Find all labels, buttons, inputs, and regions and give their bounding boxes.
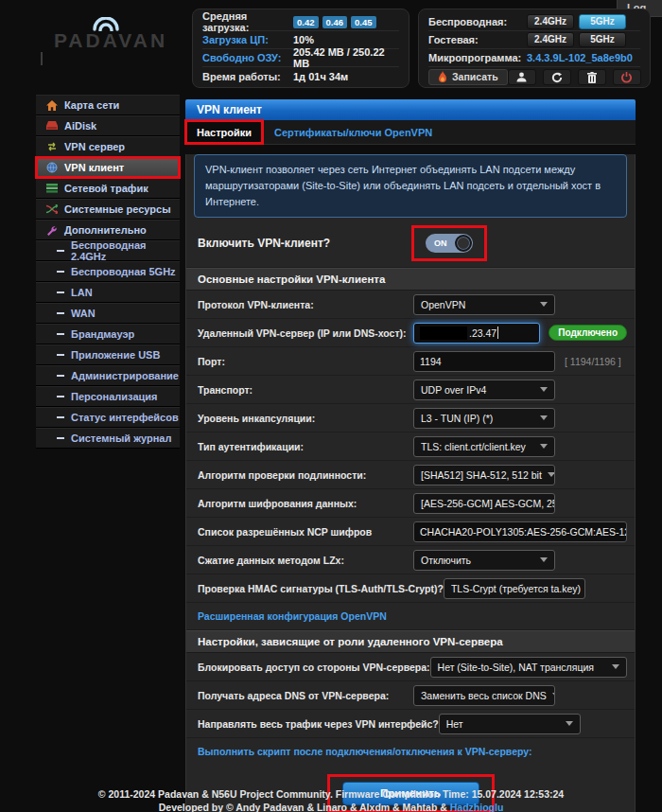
chevron-down-icon: [566, 721, 573, 726]
sidebar-item-vpn-server[interactable]: VPN сервер: [36, 136, 180, 157]
uptime-value: 1д 01ч 34м: [293, 71, 348, 82]
field-label: Уровень инкапсуляции:: [198, 413, 413, 424]
dash-icon: [57, 291, 64, 293]
sidebar-item-label: Системные ресурсы: [64, 203, 171, 215]
chevron-down-icon: [540, 302, 548, 307]
page: Log PADAVAN Средняя загрузка: 0.42 0.46 …: [0, 0, 662, 812]
wireless-row: Беспроводная: 2.4GHz 5GHz: [428, 13, 640, 31]
settings-panel: VPN-клиент позволяет через сеть Интернет…: [185, 154, 636, 812]
commit-button[interactable]: Записать: [428, 69, 508, 85]
sidebar-item-aidisk[interactable]: AiDisk: [36, 115, 180, 136]
compression-select[interactable]: Отключить: [413, 550, 555, 571]
remote-server-input[interactable]: .23.47: [413, 323, 540, 344]
sidebar-item-network-map[interactable]: Карта сети: [36, 95, 180, 115]
select-value: UDP over IPv4: [421, 384, 486, 396]
port-hint: [ 1194/1196 ]: [565, 356, 621, 367]
ncp-ciphers-input[interactable]: CHACHA20-POLY1305:AES-256-GCM:AES-128-: [413, 521, 627, 542]
sidebar-subitem-wireless5[interactable]: Беспроводная 5GHz: [36, 261, 180, 282]
globe-icon: [45, 162, 58, 174]
tab-certificates[interactable]: Сертификаты/ключи OpenVPN: [263, 120, 444, 144]
sidebar-subitem-wireless24[interactable]: Беспроводная 2.4GHz: [36, 240, 180, 261]
route-all-select[interactable]: Нет: [439, 714, 581, 734]
sidebar-subitem-label: Беспроводная 2.4GHz: [71, 239, 180, 262]
protocol-select[interactable]: OpenVPN: [413, 294, 555, 315]
auth-type-select[interactable]: TLS: client.crt/client.key: [413, 436, 555, 457]
protocol-row: Протокол VPN-клиента: OpenVPN: [186, 291, 635, 319]
uptime-row: Время работы: 1д 01ч 34м: [202, 67, 399, 85]
sidebar-subitem-syslog[interactable]: Системный журнал: [36, 428, 180, 449]
sidebar-subitem-lan[interactable]: LAN: [36, 282, 180, 303]
field-label: Транспорт:: [198, 384, 413, 396]
toggle-knob: [455, 235, 472, 252]
sidebar-subitem-personalization[interactable]: Персонализация: [36, 386, 180, 407]
vpn-script-link[interactable]: Выполнить скрипт после подключения/отклю…: [198, 746, 532, 757]
select-value: Отключить: [421, 555, 471, 566]
auth-digest-select[interactable]: [SHA512] SHA-512, 512 bit: [413, 465, 555, 485]
sidebar-subitem-label: Статус интерфейсов: [71, 412, 179, 423]
dash-icon: [57, 271, 64, 273]
sidebar-subitem-usb[interactable]: Приложение USB: [36, 344, 180, 365]
sidebar-subitem-label: WAN: [71, 308, 96, 319]
field-label: Порт:: [198, 356, 413, 367]
select-value: TLS: client.crt/client.key: [421, 441, 526, 452]
cipher-select[interactable]: [AES-256-GCM] AES-GCM, 256: [413, 493, 555, 514]
tab-bar: Настройки Сертификаты/ключи OpenVPN: [185, 120, 636, 145]
sidebar-subitem-wan[interactable]: WAN: [36, 303, 180, 324]
dns-select[interactable]: Заменить весь список DNS: [413, 685, 555, 706]
footer-credits: Developed by © Andy Padavan & Linaro & A…: [159, 802, 450, 812]
input-value: 1194: [420, 356, 442, 367]
sidebar-item-label: Сетевой трафик: [64, 183, 148, 194]
cpu-load-link[interactable]: Загрузка ЦП:: [202, 34, 269, 45]
sidebar-item-vpn-client[interactable]: VPN клиент: [36, 157, 180, 178]
free-ram-link[interactable]: Свободно ОЗУ:: [202, 52, 281, 63]
vpn-enable-toggle[interactable]: ON: [426, 234, 473, 253]
sidebar-subitem-administration[interactable]: Администрирование: [36, 365, 180, 386]
firmware-version-link[interactable]: 3.4.3.9L-102_5a8e9b0: [527, 52, 633, 63]
sidebar-item-label: VPN клиент: [64, 162, 124, 173]
power-button[interactable]: [613, 69, 641, 85]
traffic-chart-icon: [45, 183, 58, 195]
transport-select[interactable]: UDP over IPv4: [413, 380, 555, 400]
page-title: VPN клиент: [185, 99, 636, 120]
enable-vpn-row: Включить VPN-клиент? ON: [186, 220, 635, 268]
dash-icon: [57, 416, 64, 418]
guest-5ghz-button[interactable]: 5GHz: [579, 32, 626, 47]
section-basic-settings: Основные настройки VPN-клиента: [186, 268, 635, 291]
sidebar-item-resources[interactable]: Системные ресурсы: [36, 199, 180, 220]
wireless-5ghz-button[interactable]: 5GHz: [579, 14, 626, 29]
flame-icon: [438, 71, 447, 82]
select-value: Заменить весь список DNS: [421, 690, 547, 701]
ram-value: 205.42 MB / 250.22 MB: [293, 46, 399, 69]
dash-icon: [57, 396, 64, 397]
tab-settings[interactable]: Настройки: [185, 120, 263, 144]
encapsulation-select[interactable]: L3 - TUN (IP) (*): [413, 408, 555, 429]
port-input[interactable]: 1194: [413, 351, 555, 372]
refresh-icon: [551, 72, 563, 83]
sidebar-subitem-firewall[interactable]: Брандмауэр: [36, 324, 180, 344]
dash-icon: [57, 312, 64, 314]
chevron-down-icon: [612, 664, 619, 669]
footer-credit-link[interactable]: Hadzhioglu: [450, 802, 504, 812]
port-row: Порт: 1194 [ 1194/1196 ]: [186, 347, 635, 376]
sidebar-subitem-label: Администрирование: [71, 370, 179, 381]
wireless-24ghz-button[interactable]: 2.4GHz: [527, 14, 574, 29]
field-label: Удаленный VPN-сервер (IP или DNS-хост):: [198, 327, 413, 339]
reboot-button[interactable]: [543, 69, 571, 85]
clear-button[interactable]: [578, 69, 606, 85]
field-label: Алгоритм проверки подлинности:: [198, 469, 413, 481]
sidebar-item-traffic[interactable]: Сетевой трафик: [36, 178, 180, 199]
cipher-row: Алгоритм шифрования данных: [AES-256-GCM…: [186, 489, 635, 518]
sidebar-subitem-interface-status[interactable]: Статус интерфейсов: [36, 407, 180, 428]
footer-line1: © 2011-2024 Padavan & N56U Project Commu…: [0, 787, 662, 801]
guest-24ghz-button[interactable]: 2.4GHz: [527, 32, 574, 47]
block-access-select[interactable]: Нет (Site-to-Site), NAT трансляция: [430, 657, 627, 678]
sidebar-subitem-label: Приложение USB: [71, 349, 160, 361]
dns-row: Получать адреса DNS от VPN-сервера: Заме…: [186, 681, 635, 710]
firmware-row: Микропрограмма: 3.4.3.9L-102_5a8e9b0: [428, 49, 640, 67]
sidebar-item-advanced[interactable]: Дополнительно: [36, 220, 180, 240]
ram-row: Свободно ОЗУ: 205.42 MB / 250.22 MB: [202, 49, 399, 67]
advanced-config-link[interactable]: Расширенная конфигурация OpenVPN: [198, 610, 387, 622]
hmac-select[interactable]: TLS-Crypt (требуется ta.key): [444, 578, 585, 599]
user-button[interactable]: [508, 69, 536, 85]
radio-panel: Беспроводная: 2.4GHz 5GHz Гостевая: 2.4G…: [418, 9, 651, 88]
